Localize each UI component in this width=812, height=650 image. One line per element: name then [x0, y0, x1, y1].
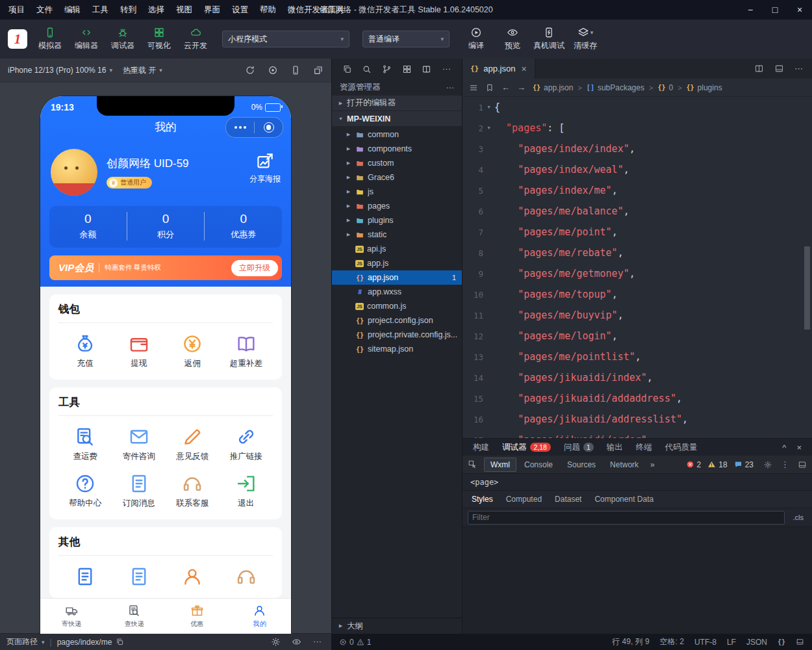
code-line-6[interactable]: 6 "pages/me/balance", [463, 201, 812, 222]
vip-banner[interactable]: VIP会员 特惠套件 尊贵特权 立即升级 [49, 255, 282, 280]
compile-select[interactable]: 普通编译 ▾ [362, 31, 450, 47]
breadcrumb-item-2[interactable]: {}0 [657, 83, 673, 92]
close-button[interactable]: × [787, 0, 812, 20]
share-poster-button[interactable]: 分享海报 [249, 151, 281, 185]
code-line-2[interactable]: 2▼ "pages": [ [463, 118, 812, 138]
upgrade-button[interactable]: 立即升级 [231, 260, 278, 276]
grid-item-1-1[interactable]: 寄件咨询 [112, 426, 166, 462]
tree-item-app.js[interactable]: JSapp.js [332, 256, 462, 270]
grid-item-1-3[interactable]: 推广链接 [220, 426, 273, 462]
tree-item-components[interactable]: ▶components [332, 142, 462, 156]
tree-item-plugins[interactable]: ▶plugins [332, 213, 462, 228]
code-line-8[interactable]: 8 "pages/me/rebate", [463, 242, 812, 263]
cursor-position[interactable]: 行 49, 列 9 [612, 636, 649, 647]
devtools-tab-network[interactable]: Network [603, 458, 645, 472]
code-editor[interactable]: 1▼{2▼ "pages": [3 "pages/index/index",4 … [463, 97, 812, 438]
more-icon[interactable]: ⋯ [794, 64, 803, 73]
code-line-7[interactable]: 7 "pages/me/point", [463, 222, 812, 242]
more-icon[interactable] [312, 637, 322, 647]
indent-setting[interactable]: 空格: 2 [660, 636, 684, 647]
fold-icon[interactable]: ▼ [483, 105, 494, 110]
toolbar-button-bug[interactable]: 调试器 [105, 25, 140, 53]
tabbar-item-3[interactable]: 我的 [229, 599, 292, 634]
toolbar-button-layers[interactable]: ▾清缓存 [568, 25, 603, 53]
grid-item-0-0[interactable]: 充值 [58, 333, 112, 369]
grid-item-1-0[interactable]: 查运费 [58, 426, 112, 462]
editor-tab-appjson[interactable]: {} app.json × [463, 58, 535, 79]
split-icon[interactable] [422, 64, 431, 74]
debugger-tab-2[interactable]: 问题1 [557, 439, 600, 456]
menu-item-1[interactable]: 文件 [31, 0, 58, 20]
code-line-10[interactable]: 10 "pages/me/topup", [463, 284, 812, 305]
console-count-errfill[interactable]: 2 [686, 460, 702, 469]
refresh-icon[interactable] [245, 65, 255, 75]
stat-item-1[interactable]: 0积分 [127, 212, 205, 240]
more-icon[interactable]: ⋯ [446, 83, 455, 92]
code-line-13[interactable]: 13 "pages/me/pointlist", [463, 346, 812, 367]
more-vertical-icon[interactable]: ⋮ [781, 460, 789, 469]
toolbar-button-phone[interactable]: 模拟器 [32, 25, 68, 53]
menu-item-2[interactable]: 编辑 [58, 0, 86, 20]
tree-item-app.json[interactable]: {}app.json1 [332, 270, 462, 285]
devtools-tab-sources[interactable]: Sources [561, 458, 602, 472]
editor-scrollbar[interactable] [804, 246, 810, 330]
menu-item-5[interactable]: 选择 [142, 0, 170, 20]
problems-indicator[interactable]: 0 1 [339, 638, 371, 647]
tree-item-sitemap.json[interactable]: {}sitemap.json [332, 342, 462, 356]
stat-item-2[interactable]: 0优惠券 [204, 212, 282, 240]
language-mode[interactable]: JSON [746, 638, 767, 647]
code-line-15[interactable]: 15 "pages/jikuaidi/addaddress", [463, 388, 812, 409]
grid-icon[interactable] [402, 64, 412, 74]
tree-item-common.js[interactable]: JScommon.js [332, 299, 462, 313]
tree-item-js[interactable]: ▶js [332, 185, 462, 199]
list-icon[interactable] [469, 83, 478, 92]
tabbar-item-0[interactable]: 寄快递 [40, 599, 103, 634]
tree-item-api.js[interactable]: JSapi.js [332, 242, 462, 256]
toolbar-button-play[interactable]: 编译 [459, 25, 494, 53]
search-icon[interactable] [362, 64, 372, 74]
code-line-17[interactable]: 17 "pages/jikuaidi/order", [463, 430, 812, 438]
toolbar-button-code[interactable]: 编辑器 [69, 25, 104, 53]
avatar[interactable] [51, 149, 97, 196]
grid-item-0-2[interactable]: 返佣 [166, 333, 220, 369]
tree-item-app.wxss[interactable]: #app.wxss [332, 285, 462, 299]
code-line-14[interactable]: 14 "pages/jikuaidi/index", [463, 367, 812, 388]
console-count-msgfill[interactable]: 23 [734, 460, 754, 469]
code-line-3[interactable]: 3 "pages/index/index", [463, 138, 812, 159]
devtools-tab-wxml[interactable]: Wxml [484, 458, 516, 472]
stat-item-0[interactable]: 0余额 [49, 212, 127, 240]
collapse-panel-icon[interactable]: ^ [782, 443, 786, 452]
menu-item-7[interactable]: 界面 [198, 0, 226, 20]
code-line-12[interactable]: 12 "pages/me/login", [463, 326, 812, 346]
tree-item-custom[interactable]: ▶custom [332, 156, 462, 170]
outline-section[interactable]: ▶ 大纲 [332, 618, 462, 634]
popout-icon[interactable] [313, 65, 324, 75]
tabbar-item-2[interactable]: 优惠 [166, 599, 229, 634]
code-line-4[interactable]: 4 "pages/index/weal", [463, 159, 812, 180]
hot-reload-toggle[interactable]: 热重载 开 ▾ [123, 65, 162, 76]
devtools-tab-console[interactable]: Console [518, 458, 559, 472]
back-icon[interactable]: ← [501, 83, 510, 92]
open-editors-section[interactable]: ▶ 打开的编辑器 [332, 96, 462, 111]
tree-item-project.private.config.js...[interactable]: {}project.private.config.js... [332, 328, 462, 342]
grid-item-1-7[interactable]: 退出 [220, 473, 273, 509]
debugger-tab-5[interactable]: 代码质量 [659, 439, 704, 456]
branch-icon[interactable] [382, 64, 392, 74]
tree-item-common[interactable]: ▶common [332, 127, 462, 142]
encoding-setting[interactable]: UTF-8 [694, 638, 717, 647]
menu-item-8[interactable]: 设置 [226, 0, 254, 20]
grid-item-2-3[interactable] [220, 566, 273, 588]
eye-icon[interactable] [292, 637, 301, 647]
style-tab-styles[interactable]: Styles [472, 495, 493, 504]
grid-item-1-4[interactable]: 帮助中心 [58, 473, 112, 509]
tree-item-pages[interactable]: ▶pages [332, 199, 462, 213]
sun-icon[interactable] [271, 637, 281, 647]
menu-item-6[interactable]: 视图 [170, 0, 198, 20]
menu-item-0[interactable]: 项目 [3, 0, 31, 20]
device-select[interactable]: iPhone 12/13 (Pro) 100% 16 ▾ [8, 66, 112, 75]
debugger-tab-0[interactable]: 构建 [466, 439, 496, 456]
debugger-tab-1[interactable]: 调试器2,18 [496, 439, 557, 456]
debugger-tab-3[interactable]: 输出 [600, 439, 629, 456]
style-filter-input[interactable] [468, 511, 785, 525]
grid-item-0-3[interactable]: 超重补差 [220, 333, 273, 369]
